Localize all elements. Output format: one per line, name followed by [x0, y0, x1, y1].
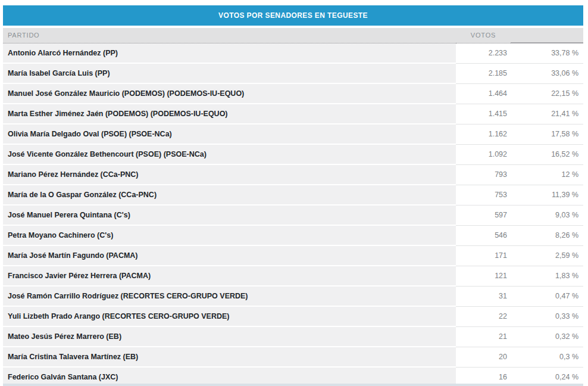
- table-row: Olivia María Delgado Oval (PSOE) (PSOE-N…: [3, 124, 583, 145]
- results-table: VOTOS POR SENADORES EN TEGUESTE PARTIDO …: [3, 5, 583, 386]
- table-row: Antonio Alarcó Hernández (PP) 2.233 33,7…: [3, 43, 583, 64]
- votes-cell: 21: [456, 327, 511, 347]
- table-row: Manuel José González Mauricio (PODEMOS) …: [3, 84, 583, 104]
- table-row: José Ramón Carrillo Rodríguez (RECORTES …: [3, 287, 583, 307]
- percentage-cell: 21,41 %: [511, 104, 583, 124]
- votes-cell: 22: [456, 307, 511, 327]
- percentage-cell: 0,47 %: [511, 287, 583, 307]
- votes-cell: 1.162: [456, 124, 511, 145]
- table-row: Mariano Pérez Hernández (CCa-PNC) 793 12…: [3, 165, 583, 185]
- candidate-name-cell: María José Martín Fagundo (PACMA): [3, 246, 456, 266]
- percentage-cell: 1,83 %: [511, 266, 583, 287]
- percentage-cell: 12 %: [511, 165, 583, 185]
- candidate-name-cell: María Isabel García Luis (PP): [3, 64, 456, 84]
- votes-cell: 2.233: [456, 43, 511, 64]
- candidate-name-cell: María Cristina Talavera Martínez (EB): [3, 347, 456, 368]
- table-row: José Vicente González Bethencourt (PSOE)…: [3, 145, 583, 165]
- percentage-cell: 11,39 %: [511, 185, 583, 206]
- percentage-cell: 17,58 %: [511, 124, 583, 145]
- candidate-name-cell: Marta Esther Jiménez Jaén (PODEMOS) (POD…: [3, 104, 456, 124]
- table-row: María de la O Gaspar González (CCa-PNC) …: [3, 185, 583, 206]
- candidate-name-cell: Petra Moyano Cachinero (C's): [3, 226, 456, 246]
- percentage-cell: 16,52 %: [511, 145, 583, 165]
- table-row: María Isabel García Luis (PP) 2.185 33,0…: [3, 64, 583, 84]
- candidate-name-cell: Olivia María Delgado Oval (PSOE) (PSOE-N…: [3, 124, 456, 145]
- table-row: Francisco Javier Pérez Herrera (PACMA) 1…: [3, 266, 583, 287]
- table-title: VOTOS POR SENADORES EN TEGUESTE: [3, 5, 583, 26]
- candidate-name-cell: Manuel José González Mauricio (PODEMOS) …: [3, 84, 456, 104]
- column-header-partido: PARTIDO: [3, 28, 456, 43]
- candidate-name-cell: Antonio Alarcó Hernández (PP): [3, 43, 456, 64]
- table-row: María José Martín Fagundo (PACMA) 171 2,…: [3, 246, 583, 266]
- table-row: Marta Esther Jiménez Jaén (PODEMOS) (POD…: [3, 104, 583, 124]
- candidate-name-cell: José Vicente González Bethencourt (PSOE)…: [3, 145, 456, 165]
- table-row: María Cristina Talavera Martínez (EB) 20…: [3, 347, 583, 368]
- votes-cell: 1.464: [456, 84, 511, 104]
- votes-cell: 31: [456, 287, 511, 307]
- votes-cell: 121: [456, 266, 511, 287]
- votes-cell: 793: [456, 165, 511, 185]
- candidate-name-cell: José Manuel Perera Quintana (C's): [3, 206, 456, 226]
- candidate-name-cell: Yuli Lizbeth Prado Arango (RECORTES CERO…: [3, 307, 456, 327]
- table-row: Mateo Jesús Pérez Marrero (EB) 21 0,32 %: [3, 327, 583, 347]
- candidate-name-cell: Mariano Pérez Hernández (CCa-PNC): [3, 165, 456, 185]
- votes-cell: 1.415: [456, 104, 511, 124]
- percentage-cell: 33,06 %: [511, 64, 583, 84]
- votes-cell: 1.092: [456, 145, 511, 165]
- percentage-cell: 9,03 %: [511, 206, 583, 226]
- candidate-name-cell: María de la O Gaspar González (CCa-PNC): [3, 185, 456, 206]
- column-header-votos: VOTOS: [456, 28, 511, 43]
- candidate-name-cell: José Ramón Carrillo Rodríguez (RECORTES …: [3, 287, 456, 307]
- candidate-name-cell: Francisco Javier Pérez Herrera (PACMA): [3, 266, 456, 287]
- percentage-cell: 8,26 %: [511, 226, 583, 246]
- table-row: Yuli Lizbeth Prado Arango (RECORTES CERO…: [3, 307, 583, 327]
- table-row: Petra Moyano Cachinero (C's) 546 8,26 %: [3, 226, 583, 246]
- candidate-name-cell: Mateo Jesús Pérez Marrero (EB): [3, 327, 456, 347]
- table-header-row: PARTIDO VOTOS: [3, 28, 583, 43]
- column-header-percentage: [511, 28, 583, 43]
- percentage-cell: 22,15 %: [511, 84, 583, 104]
- votes-cell: 546: [456, 226, 511, 246]
- table-row: José Manuel Perera Quintana (C's) 597 9,…: [3, 206, 583, 226]
- votes-cell: 20: [456, 347, 511, 368]
- percentage-cell: 33,78 %: [511, 43, 583, 64]
- percentage-cell: 2,59 %: [511, 246, 583, 266]
- votes-cell: 2.185: [456, 64, 511, 84]
- percentage-cell: 0,33 %: [511, 307, 583, 327]
- votes-cell: 597: [456, 206, 511, 226]
- votes-cell: 171: [456, 246, 511, 266]
- percentage-cell: 0,32 %: [511, 327, 583, 347]
- next-section-strip: [3, 384, 583, 386]
- percentage-cell: 0,3 %: [511, 347, 583, 368]
- votes-cell: 753: [456, 185, 511, 206]
- table-body: Antonio Alarcó Hernández (PP) 2.233 33,7…: [3, 43, 583, 386]
